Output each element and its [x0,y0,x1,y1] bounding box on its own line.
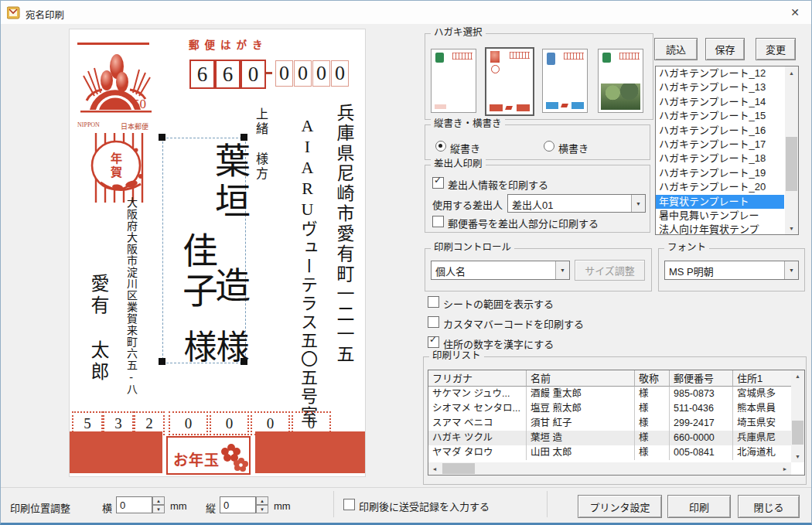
mini-decor [435,104,446,109]
scroll-left-icon[interactable]: ◄ [428,462,441,475]
postcard-header-label: 郵便はがき [189,36,268,52]
font-combobox[interactable]: MS P明朝 ▼ [664,261,799,280]
list-item[interactable]: ハガキテンプレート_12 [656,66,784,80]
horizontal-writing-label[interactable]: 横書き [558,141,589,155]
spin-down-icon[interactable]: ▼ [256,505,268,513]
table-row[interactable]: サケマン ジュウ...酒饅 重太郎 様985-0873 宮城県多 [428,387,804,401]
print-target-combobox[interactable]: 個人名 ▼ [431,261,570,280]
scroll-down-icon[interactable]: ▼ [791,451,804,462]
dropdown-arrow-icon[interactable]: ▼ [631,195,645,212]
custom-barcode-checkbox[interactable] [428,316,439,328]
template-thumbnail-plain[interactable] [431,49,476,113]
print-sender-info-checkbox[interactable]: ✓ [432,177,444,189]
sheet-range-label[interactable]: シートの範囲を表示する [443,296,554,311]
table-row[interactable]: スアマ ベニコ須甘 紅子 様299-2417 埼玉県安 [428,416,804,431]
postal-digit-box: 6 [215,60,241,89]
dropdown-arrow-icon[interactable]: ▼ [784,261,798,279]
postcard-preview: 50 NIPPON 日本郵便 年 賀 郵便はがき 6 6 0 0 0 0 [69,29,366,477]
template-thumbnail-nenga-selected[interactable] [485,47,534,116]
list-item-selected[interactable]: 年賀状テンプレート [656,195,784,209]
postal-digit-box: 0 [294,60,312,87]
selection-handle-top-right[interactable] [241,134,247,141]
list-item[interactable]: ハガキテンプレート_16 [656,124,784,138]
custom-barcode-label[interactable]: カスタマバーコードを印刷する [443,316,584,331]
stamp-japanpost-label: 日本郵便 [121,121,148,131]
horizontal-offset-stepper[interactable]: ▲ ▼ [152,496,165,513]
spin-down-icon[interactable]: ▼ [152,505,165,513]
font-value: MS P明朝 [669,264,714,278]
col-header-furigana[interactable]: フリガナ [428,370,527,387]
vertical-writing-radio[interactable] [435,141,446,152]
spin-up-icon[interactable]: ▲ [152,496,165,505]
postal-in-sender-label[interactable]: 郵便番号を差出人部分に印刷する [448,216,599,230]
horizontal-writing-radio[interactable] [544,141,554,152]
table-hscrollbar[interactable]: ◄ ► [428,462,791,475]
address-print-dialog: 宛名印刷 ✕ 50 NIPPON 日本郵便 [0,0,812,525]
template-thumbnail-photo[interactable] [598,49,643,113]
close-icon[interactable]: ✕ [779,1,811,23]
load-button[interactable]: 読込 [654,38,698,60]
stamp-top-rule [77,43,149,45]
spin-up-icon[interactable]: ▲ [256,496,268,505]
list-item[interactable]: ハガキテンプレート_18 [656,152,784,165]
scroll-right-icon[interactable]: ► [779,462,791,475]
list-item[interactable]: ハガキテンプレート_13 [656,80,784,94]
save-button[interactable]: 保存 [705,38,745,60]
col-header-postal[interactable]: 郵便番号 [670,370,733,387]
template-list-scrollbar[interactable]: ▲ ▼ [785,66,798,234]
postal-in-sender-checkbox[interactable] [432,216,444,227]
list-item[interactable]: ハガキテンプレート_14 [656,95,784,109]
kanji-address-label[interactable]: 住所の数字を漢字にする [443,336,554,351]
scroll-up-icon[interactable]: ▲ [791,370,804,382]
vertical-offset-stepper[interactable]: ▲ ▼ [256,496,268,513]
template-thumbnail-blue[interactable] [542,49,588,113]
col-header-name[interactable]: 名前 [527,370,635,387]
scroll-thumb[interactable] [792,421,803,445]
horizontal-offset-input[interactable]: 0 [116,496,152,513]
record-after-print-label[interactable]: 印刷後に送受記録を入力する [359,499,490,513]
table-row-current[interactable]: ハガキ ツクル葉垣 造 様660-0000 兵庫県尼 [428,431,804,445]
stamp-value: 50 [133,97,146,111]
list-item[interactable]: ハガキテンプレート_19 [656,166,784,180]
table-row[interactable]: ヤマダ タロウ山田 太郎 様005-0841 北海道札 [428,445,804,460]
printer-setup-button[interactable]: プリンタ設定 [578,495,662,518]
col-header-address1[interactable]: 住所1 [733,370,792,387]
title-bar: 宛名印刷 ✕ [1,1,811,24]
selection-handle-top-left[interactable] [159,134,165,141]
list-item[interactable]: ハガキテンプレート_20 [656,180,784,194]
kanji-address-checkbox[interactable]: ✓ [428,336,439,348]
sheet-range-checkbox[interactable] [428,296,439,308]
table-vscrollbar[interactable]: ▲ ▼ [791,370,804,462]
table-header-row: フリガナ 名前 敬称 郵便番号 住所1 [428,370,804,387]
mini-band-left [490,104,503,111]
close-button[interactable]: 閉じる [738,495,800,518]
window-title: 宛名印刷 [26,7,64,22]
list-item[interactable]: ハガキテンプレート_15 [656,109,784,123]
template-listbox[interactable]: ハガキテンプレート_12 ハガキテンプレート_13 ハガキテンプレート_14 ハ… [655,66,799,235]
mini-nenga-mark [491,65,500,73]
print-button[interactable]: 印刷 [667,495,731,518]
recipient-address-line2: AIARUヴューテラス五〇五号室 [295,116,319,424]
record-after-print-checkbox[interactable] [343,499,355,510]
scroll-thumb[interactable] [786,137,797,190]
scroll-up-icon[interactable]: ▲ [785,66,798,79]
list-item[interactable]: ハガキテンプレート_17 [656,138,784,152]
print-sender-info-label[interactable]: 差出人情報を印刷する [448,177,548,192]
list-item[interactable]: 暑中見舞いテンプレー [656,209,784,223]
print-list-group-label: 印刷リスト [429,350,484,362]
mini-flower [561,104,568,107]
change-button[interactable]: 変更 [756,38,796,60]
print-list-table[interactable]: フリガナ 名前 敬称 郵便番号 住所1 サケマン ジュウ...酒饅 重太郎 様9… [428,370,805,476]
table-row[interactable]: シオマメ センタロ...塩豆 煎太郎 様511-0436 熊本県員 [428,401,804,416]
vertical-offset-input[interactable]: 0 [220,496,256,513]
lottery-band-left [70,431,162,473]
scroll-down-icon[interactable]: ▼ [785,222,798,234]
dropdown-arrow-icon[interactable]: ▼ [555,261,569,279]
size-adjust-button[interactable]: サイズ調整 [575,260,645,281]
selection-handle-bottom-left[interactable] [159,358,165,365]
sender-select-combobox[interactable]: 差出人01 ▼ [507,194,646,213]
scroll-thumb[interactable] [442,463,475,474]
vertical-writing-label[interactable]: 縦書き [450,141,480,155]
list-item[interactable]: 法人向け年賀状テンプ [656,223,784,235]
col-header-honorific[interactable]: 敬称 [635,370,670,387]
